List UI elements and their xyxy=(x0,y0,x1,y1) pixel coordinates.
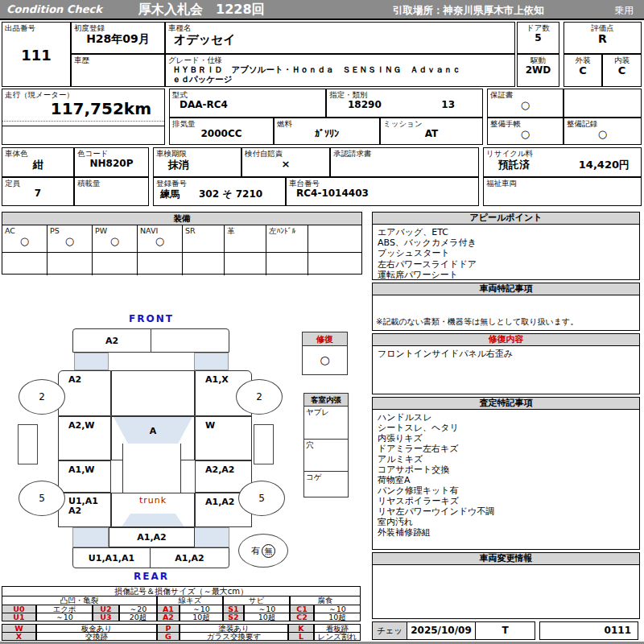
score-label: 評価点 xyxy=(564,23,641,32)
jibaiseki-value: × xyxy=(242,158,329,170)
equip-mark: ○ xyxy=(47,235,92,248)
approval-label: 承認請求書 xyxy=(331,148,478,158)
trunk-cell: trunk xyxy=(111,493,195,527)
lot-number-cell: 出品番号 111 xyxy=(2,22,71,87)
equipment-col-ac: AC○ xyxy=(2,225,47,252)
maintenance-book-cell: 整備手帳 ○ xyxy=(487,118,564,145)
doors-value: 5 xyxy=(518,32,559,43)
front-bumper-right-cell xyxy=(151,328,229,353)
drive-label: 駆動 xyxy=(518,55,559,64)
legend-desc: ガラス交換要す xyxy=(180,632,288,641)
equip-label: 左ﾊﾝﾄﾞﾙ xyxy=(266,225,308,235)
chassis-number-value: RC4-1014403 xyxy=(287,188,478,199)
maintenance-record-cell: 整備記録 ○ xyxy=(564,118,642,145)
equipment-row-empty xyxy=(2,253,361,275)
equip-empty xyxy=(2,253,47,275)
tail-corner-right-shade xyxy=(193,527,229,547)
car-history-cell: 車歴 xyxy=(71,54,165,87)
approval-cell: 承認請求書 xyxy=(330,147,479,177)
equip-label: PS xyxy=(47,225,92,235)
fuel-value: ｶﾞｿﾘﾝ xyxy=(275,128,379,139)
check-label-cell: チェック xyxy=(372,621,407,640)
first-registration-cell: 初度登録 H28年09月 xyxy=(71,22,165,54)
roof-shade: A xyxy=(112,417,194,444)
assessment-line: シートスレ、ヘタリ xyxy=(378,423,634,433)
side-step-left xyxy=(18,424,38,464)
body-color-label: 車体色 xyxy=(2,148,73,158)
check-date: 2025/10/09 xyxy=(407,622,476,639)
tail-corner-left-shade xyxy=(72,527,109,547)
front-door-left-marks: A2,W xyxy=(59,417,110,431)
appeal-line: プッシュスタート xyxy=(378,248,634,258)
equip-empty xyxy=(308,253,361,275)
equip-empty xyxy=(225,253,266,275)
score-value: R xyxy=(564,32,641,45)
displacement-cell: 排気量 2000CC xyxy=(169,118,274,145)
recycle-fee-cell: リサイクル料 預託済 14,420円 xyxy=(483,147,642,177)
assessment-notes-section: 査定特記事項 ハンドルスレ シートスレ、ヘタリ 内張りキズ ドアミラー左右キズ … xyxy=(372,397,640,550)
designation-cell: 指定・類別 18290 13 xyxy=(326,89,483,118)
equip-mark: ○ xyxy=(2,235,47,248)
quarter-left-marks-2: A2 xyxy=(59,506,110,516)
fender-left-cell: A2 xyxy=(58,370,111,416)
rear-door-left-marks: A1,W xyxy=(59,461,110,475)
jibaiseki-cell: 検付自賠責 × xyxy=(242,147,330,177)
rear-door-left-cell: A1,W xyxy=(58,460,111,493)
quarter-left-marks-1: U1,A1 xyxy=(59,493,110,506)
displacement-label: 排気量 xyxy=(170,118,273,128)
doors-label: ドア数 xyxy=(518,23,559,32)
maintenance-record-value: ○ xyxy=(564,128,641,140)
assessment-line: 荷物室A xyxy=(378,475,634,485)
assessment-line: ドアミラー左右キズ xyxy=(378,444,634,454)
color-code-label: 色コード xyxy=(75,148,148,158)
first-registration-value: H28年09月 xyxy=(72,32,164,47)
equip-label: PW xyxy=(93,225,137,235)
recycle-amount: 14,420円 xyxy=(579,158,630,172)
appeal-points-body: エアバッグ、ETC ABS、バックカメラ付き プッシュスタート 左右パワースライ… xyxy=(373,225,639,283)
interior-grade-label: 内装 xyxy=(603,55,641,64)
chassis-number-cell: 車台番号 RC4-1014403 xyxy=(286,177,479,206)
front-bumper-left-cell: A2 xyxy=(72,328,151,353)
cabin-interior-box: 客室内張 ヤブレ 穴 コゲ xyxy=(303,393,349,497)
recycle-fee-values: 預託済 14,420円 xyxy=(484,158,641,172)
equip-empty xyxy=(138,253,183,275)
color-code-value: NH820P xyxy=(75,158,148,169)
inspection-label: 車検期限 xyxy=(154,148,241,158)
legend-size: 10超 xyxy=(244,613,290,621)
equipment-col-lhd: 左ﾊﾝﾄﾞﾙ xyxy=(266,225,308,252)
grade-label: グレード・仕様 xyxy=(166,55,514,64)
tire-rear-right-mark: 5 xyxy=(238,481,285,516)
legend-code: S2 xyxy=(223,613,244,621)
welfare-cell: 福祉車両 xyxy=(483,177,642,206)
assessment-line: 外装補修跡組 xyxy=(378,527,634,538)
appeal-line: 左右パワースライドドア xyxy=(378,259,634,270)
assessment-line: パンク修理キット有 xyxy=(378,485,634,496)
warranty-value: ○ xyxy=(488,99,563,111)
model-name-value: オデッセイ xyxy=(166,32,514,47)
equipment-col-sr: SR xyxy=(183,225,225,252)
grade-line2: ｅｄパッケージ xyxy=(166,74,514,84)
welfare-label: 福祉車両 xyxy=(484,178,641,188)
pickup-location: 引取場所：神奈川県厚木市上依知 xyxy=(393,4,544,18)
repair-detail-line: フロントインサイドパネル右歪み xyxy=(378,349,634,359)
appeal-line: ABS、バックカメラ付き xyxy=(378,237,634,248)
fuel-cell: 燃料 ｶﾞｿﾘﾝ xyxy=(274,118,380,145)
equip-empty xyxy=(183,253,225,275)
interior-grade-value: C xyxy=(603,64,641,76)
fender-left-marks: A2 xyxy=(59,371,110,385)
score-cell: 評価点 R xyxy=(564,22,642,54)
repair-flag-title: 修復 xyxy=(303,332,347,346)
rear-door-right-marks: A2,A2 xyxy=(196,461,251,475)
legend-size-row-2: U1 ～10 U3 20超 A2 10超 S2 10超 C2 10超 xyxy=(2,613,361,621)
equipment-col-pw: PW○ xyxy=(93,225,138,252)
auction-condition-sheet: Condition Check 厚木入札会 1228回 引取場所：神奈川県厚木市… xyxy=(0,0,644,644)
capacity-label: 定員 xyxy=(2,178,73,188)
equip-label: AC xyxy=(2,225,47,235)
assessment-notes-title: 査定特記事項 xyxy=(373,398,639,410)
warranty-label: 保証書 xyxy=(488,89,563,99)
change-info-section: 車両変更情報 xyxy=(372,552,640,619)
assessment-line: リヤ左パワーウインドウ不調 xyxy=(378,506,634,517)
appeal-points-title: アピールポイント xyxy=(373,213,639,225)
recycle-status: 預託済 xyxy=(498,158,530,172)
assessment-line: コアサポート交換 xyxy=(378,464,634,475)
